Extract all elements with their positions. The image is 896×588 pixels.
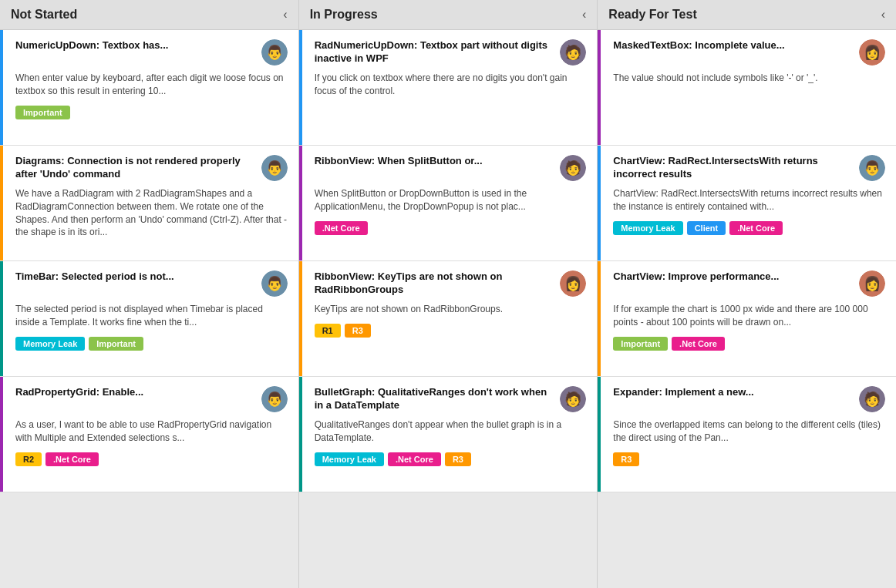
tag-net-core[interactable]: .Net Core — [388, 452, 441, 466]
card-body: If you click on textbox where there are … — [310, 72, 587, 98]
card-title: Expander: Implement a new... — [613, 386, 859, 399]
card-tags: Memory Leak.Net CoreR3 — [310, 452, 587, 466]
card-header: RibbonView: When SplitButton or...🧑 — [310, 155, 587, 181]
avatar: 👨 — [261, 386, 288, 412]
card-tags: Memory LeakImportant — [11, 337, 288, 351]
avatar-image: 👩 — [859, 270, 885, 297]
tag-client[interactable]: Client — [687, 221, 726, 235]
card[interactable]: BulletGraph: QualitativeRanges don't wor… — [299, 377, 598, 492]
card-title: RibbonView: When SplitButton or... — [315, 155, 561, 168]
card-body: If for example the chart is 1000 px wide… — [608, 303, 885, 329]
card[interactable]: RadNumericUpDown: Textbox part without d… — [299, 30, 598, 146]
card-accent-bar — [0, 30, 3, 145]
tag-memory-leak[interactable]: Memory Leak — [315, 452, 384, 466]
tag-r3[interactable]: R3 — [445, 452, 471, 466]
card-title: BulletGraph: QualitativeRanges don't wor… — [315, 386, 561, 412]
avatar-image: 🧑 — [560, 386, 586, 412]
col-title-in-progress: In Progress — [310, 8, 378, 22]
card-accent-bar — [598, 30, 601, 145]
avatar: 🧑 — [859, 386, 885, 412]
avatar-image: 🧑 — [560, 155, 586, 181]
card-body: The selected period is not displayed whe… — [11, 303, 288, 329]
column-ready-for-test: Ready For Test‹MaskedTextBox: Incomplete… — [598, 0, 896, 588]
card-header: RadPropertyGrid: Enable...👨 — [11, 386, 288, 412]
card-title: Diagrams: Connection is not rendered pro… — [15, 155, 261, 181]
card[interactable]: NumericUpDown: Textbox has...👨When enter… — [0, 30, 298, 146]
card-body: KeyTips are not shown on RadRibbonGroups… — [310, 303, 587, 316]
card-tags: .Net Core — [310, 221, 587, 235]
avatar-image: 👨 — [261, 39, 288, 66]
card-accent-bar — [0, 146, 3, 260]
tag-net-core[interactable]: .Net Core — [672, 337, 725, 351]
card-header: TimeBar: Selected period is not...👨 — [11, 270, 288, 297]
avatar-image: 👩 — [859, 39, 885, 66]
card-accent-bar — [0, 377, 3, 492]
avatar: 🧑 — [560, 39, 586, 66]
card-body: ChartView: RadRect.IntersectsWith return… — [608, 187, 885, 213]
card-accent-bar — [598, 261, 601, 376]
card-accent-bar — [299, 261, 302, 376]
cards-ready-for-test: MaskedTextBox: Incomplete value...👩The v… — [598, 30, 896, 588]
avatar-image: 👨 — [261, 270, 288, 297]
card-header: RadNumericUpDown: Textbox part without d… — [310, 39, 587, 66]
avatar: 👨 — [859, 155, 885, 181]
card-title: RibbonView: KeyTips are not shown on Rad… — [315, 270, 561, 297]
card[interactable]: ChartView: RadRect.IntersectsWith return… — [598, 146, 896, 261]
tag-r3[interactable]: R3 — [345, 324, 371, 338]
card-tags: Memory LeakClient.Net Core — [608, 221, 885, 235]
card-accent-bar — [299, 146, 302, 260]
avatar: 🧑 — [560, 386, 586, 412]
card[interactable]: TimeBar: Selected period is not...👨The s… — [0, 261, 298, 377]
card-body: When enter value by keyboard, after each… — [11, 72, 288, 98]
avatar-image: 👨 — [261, 155, 288, 181]
tag-net-core[interactable]: .Net Core — [45, 452, 99, 466]
card-title: RadPropertyGrid: Enable... — [15, 386, 261, 399]
kanban-board: Not Started‹NumericUpDown: Textbox has..… — [0, 0, 896, 588]
card-accent-bar — [299, 30, 302, 145]
card[interactable]: RibbonView: KeyTips are not shown on Rad… — [299, 261, 598, 377]
tag-important[interactable]: Important — [15, 106, 70, 119]
col-collapse-arrow-in-progress[interactable]: ‹ — [582, 8, 586, 22]
card-accent-bar — [299, 377, 302, 492]
card-body: QualitativeRanges don't appear when the … — [310, 418, 587, 445]
tag-r2[interactable]: R2 — [15, 452, 42, 466]
card[interactable]: Diagrams: Connection is not rendered pro… — [0, 146, 298, 261]
card-accent-bar — [0, 261, 3, 376]
card-title: TimeBar: Selected period is not... — [15, 270, 261, 284]
avatar-image: 👩 — [560, 270, 586, 297]
cards-not-started: NumericUpDown: Textbox has...👨When enter… — [0, 30, 298, 588]
avatar: 👩 — [859, 39, 885, 66]
card-accent-bar — [598, 377, 601, 492]
avatar-image: 🧑 — [560, 39, 586, 66]
card[interactable]: ChartView: Improve performance...👩If for… — [598, 261, 896, 377]
tag-important[interactable]: Important — [613, 337, 668, 351]
avatar: 🧑 — [560, 155, 586, 181]
tag-important[interactable]: Important — [89, 337, 143, 351]
avatar: 👨 — [261, 155, 288, 181]
tag-memory-leak[interactable]: Memory Leak — [613, 221, 682, 235]
avatar: 👨 — [261, 270, 288, 297]
card-body: When SplitButton or DropDownButton is us… — [310, 187, 587, 213]
card-body: As a user, I want to be able to use RadP… — [11, 418, 288, 445]
tag-r3[interactable]: R3 — [613, 452, 639, 466]
card-tags: R3 — [608, 452, 885, 466]
col-title-ready-for-test: Ready For Test — [608, 8, 696, 22]
card-header: MaskedTextBox: Incomplete value...👩 — [608, 39, 885, 66]
card[interactable]: RadPropertyGrid: Enable...👨As a user, I … — [0, 377, 298, 492]
card[interactable]: MaskedTextBox: Incomplete value...👩The v… — [598, 30, 896, 146]
col-collapse-arrow-not-started[interactable]: ‹ — [283, 8, 287, 22]
tag-r1[interactable]: R1 — [315, 324, 341, 338]
card-body: Since the overlapped items can belong to… — [608, 418, 885, 445]
tag-net-core[interactable]: .Net Core — [315, 221, 368, 235]
tag-memory-leak[interactable]: Memory Leak — [15, 337, 85, 351]
column-in-progress: In Progress‹RadNumericUpDown: Textbox pa… — [299, 0, 598, 588]
card-title: ChartView: RadRect.IntersectsWith return… — [613, 155, 859, 181]
card-tags: Important — [11, 106, 288, 119]
card[interactable]: RibbonView: When SplitButton or...🧑When … — [299, 146, 598, 261]
column-not-started: Not Started‹NumericUpDown: Textbox has..… — [0, 0, 299, 588]
col-collapse-arrow-ready-for-test[interactable]: ‹ — [881, 8, 885, 22]
card-header: NumericUpDown: Textbox has...👨 — [11, 39, 288, 66]
tag-net-core[interactable]: .Net Core — [729, 221, 783, 235]
col-header-not-started: Not Started‹ — [0, 0, 298, 30]
card[interactable]: Expander: Implement a new...🧑Since the o… — [598, 377, 896, 492]
